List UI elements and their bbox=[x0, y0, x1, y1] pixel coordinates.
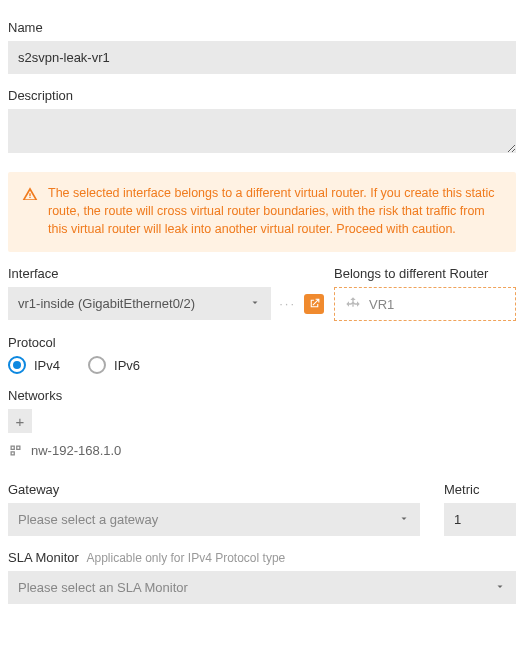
chevron-down-icon bbox=[249, 296, 261, 311]
sla-monitor-select[interactable]: Please select an SLA Monitor bbox=[8, 571, 516, 604]
sla-label: SLA Monitor bbox=[8, 550, 79, 565]
gateway-label: Gateway bbox=[8, 482, 420, 497]
warning-text: The selected interface belongs to a diff… bbox=[48, 184, 502, 238]
radio-circle-icon bbox=[8, 356, 26, 374]
link-dots: ··· bbox=[279, 296, 296, 311]
router-icon bbox=[345, 296, 361, 312]
static-route-form: Name Description The selected interface … bbox=[0, 0, 524, 624]
description-label: Description bbox=[8, 88, 516, 103]
chevron-down-icon bbox=[494, 580, 506, 595]
router-name: VR1 bbox=[369, 297, 394, 312]
sla-hint: Applicable only for IPv4 Protocol type bbox=[86, 551, 285, 565]
interface-select[interactable]: vr1-inside (GigabitEthernet0/2) bbox=[8, 287, 271, 320]
network-list-item[interactable]: nw-192-168.1.0 bbox=[8, 443, 516, 458]
protocol-ipv4-label: IPv4 bbox=[34, 358, 60, 373]
network-name: nw-192-168.1.0 bbox=[31, 443, 121, 458]
route-leak-icon bbox=[304, 294, 324, 314]
name-label: Name bbox=[8, 20, 516, 35]
sla-label-row: SLA Monitor Applicable only for IPv4 Pro… bbox=[8, 550, 516, 565]
metric-label: Metric bbox=[444, 482, 516, 497]
protocol-ipv6-label: IPv6 bbox=[114, 358, 140, 373]
networks-label: Networks bbox=[8, 388, 516, 403]
interface-selected-value: vr1-inside (GigabitEthernet0/2) bbox=[18, 296, 195, 311]
protocol-ipv4-radio[interactable]: IPv4 bbox=[8, 356, 60, 374]
description-textarea[interactable] bbox=[8, 109, 516, 153]
radio-circle-icon bbox=[88, 356, 106, 374]
name-input[interactable] bbox=[8, 41, 516, 74]
gateway-placeholder: Please select a gateway bbox=[18, 512, 158, 527]
gateway-select[interactable]: Please select a gateway bbox=[8, 503, 420, 536]
warning-alert: The selected interface belongs to a diff… bbox=[8, 172, 516, 252]
sla-placeholder: Please select an SLA Monitor bbox=[18, 580, 188, 595]
metric-input[interactable] bbox=[444, 503, 516, 536]
add-network-button[interactable]: + bbox=[8, 409, 32, 433]
belongs-label: Belongs to different Router bbox=[334, 266, 516, 281]
chevron-down-icon bbox=[398, 512, 410, 527]
protocol-label: Protocol bbox=[8, 335, 516, 350]
interface-label: Interface bbox=[8, 266, 324, 281]
warning-icon bbox=[22, 186, 38, 238]
network-object-icon bbox=[8, 443, 23, 458]
different-router-box: VR1 bbox=[334, 287, 516, 321]
protocol-radio-group: IPv4 IPv6 bbox=[8, 356, 516, 374]
protocol-ipv6-radio[interactable]: IPv6 bbox=[88, 356, 140, 374]
plus-icon: + bbox=[16, 413, 25, 430]
